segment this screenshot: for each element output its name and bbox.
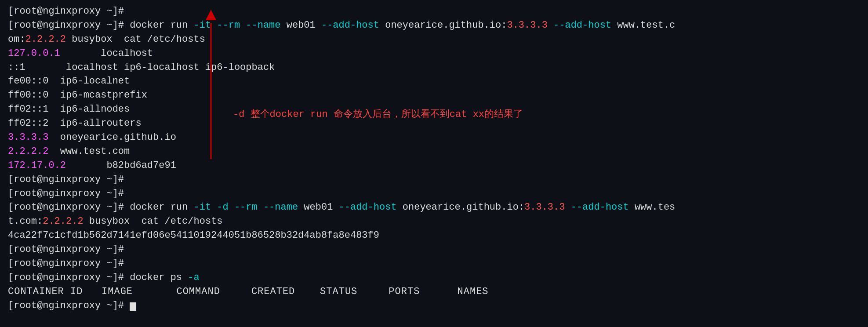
terminal-line: [root@nginxproxy ~]# <box>8 173 860 187</box>
annotation-arrow <box>210 10 212 159</box>
terminal-line: 3.3.3.3 oneyearice.github.io <box>8 131 860 145</box>
terminal-line: ff00::0 ip6-mcastprefix <box>8 88 860 102</box>
terminal-line: 172.17.0.2 b82bd6ad7e91 <box>8 159 860 173</box>
terminal-line: [root@nginxproxy ~]# <box>8 243 860 257</box>
terminal-line: 4ca22f7c1cfd1b562d7141efd06e541101924405… <box>8 229 860 243</box>
terminal-line: [root@nginxproxy ~]# <box>8 4 860 18</box>
terminal-cursor <box>130 302 136 311</box>
terminal-line: 2.2.2.2 www.test.com <box>8 145 860 159</box>
terminal-line: fe00::0 ip6-localnet <box>8 74 860 88</box>
terminal-line: om:2.2.2.2 busybox cat /etc/hosts <box>8 33 860 47</box>
terminal-line: [root@nginxproxy ~]# docker run -it -d -… <box>8 200 860 214</box>
terminal-line: [root@nginxproxy ~]# docker ps -a <box>8 271 860 285</box>
table-header-line: CONTAINER ID IMAGE COMMAND CREATED STATU… <box>8 285 860 299</box>
terminal-line: ::1 localhost ip6-localhost ip6-loopback <box>8 61 860 75</box>
terminal-line: 127.0.0.1 localhost <box>8 47 860 61</box>
terminal-line-cursor: [root@nginxproxy ~]# <box>8 299 860 313</box>
terminal-line: [root@nginxproxy ~]# <box>8 187 860 201</box>
terminal-line: t.com:2.2.2.2 busybox cat /etc/hosts <box>8 214 860 229</box>
terminal-line: [root@nginxproxy ~]# docker run -it --rm… <box>8 18 860 33</box>
annotation-text: -d 整个docker run 命令放入后台，所以看不到cat xx的结果了 <box>233 108 523 122</box>
terminal-line: [root@nginxproxy ~]# <box>8 257 860 271</box>
terminal-window: [root@nginxproxy ~]# [root@nginxproxy ~]… <box>0 0 868 317</box>
